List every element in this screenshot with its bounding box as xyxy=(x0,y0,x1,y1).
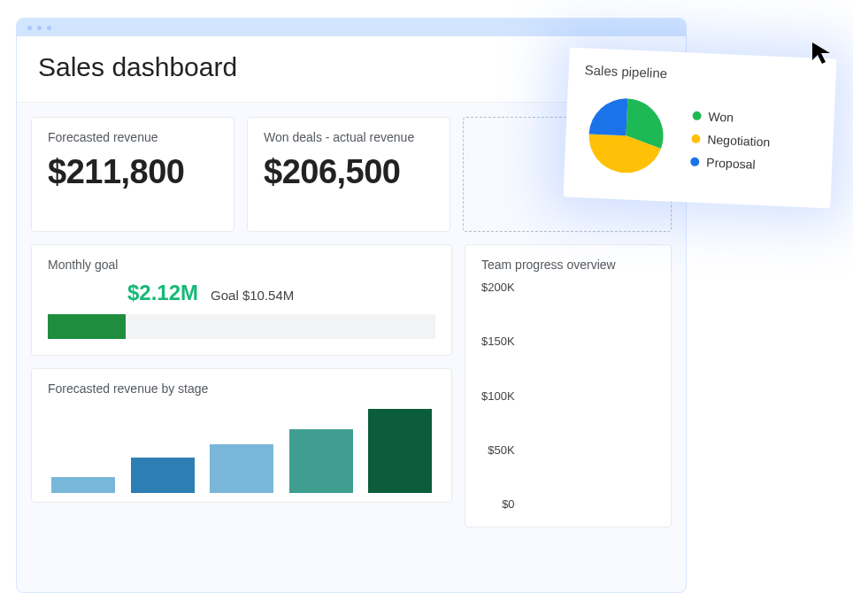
legend-label: Proposal xyxy=(706,155,756,171)
won-deals-value: $206,500 xyxy=(264,153,434,191)
y-tick: $50K xyxy=(488,443,514,457)
legend-item-won: Won xyxy=(692,109,771,127)
team-y-axis: $200K$150K$100K$50K$0 xyxy=(481,281,519,511)
y-tick: $150K xyxy=(481,335,515,348)
swatch-icon xyxy=(691,135,700,143)
window-dot-icon xyxy=(27,26,32,30)
stage-bar xyxy=(131,458,195,493)
card-title: Sales pipeline xyxy=(584,62,819,88)
card-forecasted-revenue[interactable]: Forecasted revenue $211,800 xyxy=(31,117,234,232)
legend-item-negotiation: Negotiation xyxy=(691,132,770,150)
swatch-icon xyxy=(690,158,699,166)
card-team-progress[interactable]: Team progress overview $200K$150K$100K$5… xyxy=(465,244,672,527)
card-title: Team progress overview xyxy=(481,258,655,272)
card-title: Forecasted revenue by stage xyxy=(48,381,435,396)
team-stacked-bars xyxy=(526,281,655,511)
legend-item-proposal: Proposal xyxy=(690,155,769,173)
stage-bar-chart xyxy=(48,404,435,493)
y-tick: $200K xyxy=(481,281,515,294)
pipeline-pie-chart xyxy=(580,89,672,181)
stage-bar xyxy=(51,477,115,493)
card-monthly-goal[interactable]: Monthly goal $2.12M Goal $10.54M xyxy=(31,244,452,356)
card-won-deals[interactable]: Won deals - actual revenue $206,500 xyxy=(247,117,450,232)
y-tick: $0 xyxy=(502,497,514,511)
goal-progress-track xyxy=(48,314,435,339)
legend-label: Negotiation xyxy=(707,132,770,149)
cursor-icon xyxy=(811,41,835,65)
forecasted-revenue-value: $211,800 xyxy=(48,153,218,191)
card-revenue-by-stage[interactable]: Forecasted revenue by stage xyxy=(31,368,452,503)
card-title: Won deals - actual revenue xyxy=(264,130,434,144)
goal-summary: $2.12M Goal $10.54M xyxy=(127,281,435,305)
swatch-icon xyxy=(692,112,701,120)
left-column: Monthly goal $2.12M Goal $10.54M Forecas… xyxy=(31,244,452,527)
stage-bar xyxy=(368,409,432,493)
stage-bar xyxy=(210,444,273,493)
stage-bar xyxy=(289,429,353,493)
pie-slice xyxy=(589,97,628,136)
pipeline-legend: Won Negotiation Proposal xyxy=(690,109,772,173)
y-tick: $100K xyxy=(481,389,515,403)
window-dot-icon xyxy=(37,26,42,30)
goal-target: Goal $10.54M xyxy=(211,288,294,303)
legend-label: Won xyxy=(708,109,734,124)
row-lower: Monthly goal $2.12M Goal $10.54M Forecas… xyxy=(31,244,672,527)
card-title: Monthly goal xyxy=(48,258,435,272)
card-title: Forecasted revenue xyxy=(48,130,218,144)
window-dot-icon xyxy=(47,26,51,30)
window-titlebar xyxy=(17,19,686,36)
pipeline-body: Won Negotiation Proposal xyxy=(580,89,818,189)
team-stacked-chart: $200K$150K$100K$50K$0 xyxy=(481,281,655,511)
goal-progress-fill xyxy=(48,314,126,339)
card-sales-pipeline[interactable]: Sales pipeline Won Negotiation Proposal xyxy=(563,47,836,208)
goal-value: $2.12M xyxy=(127,281,198,305)
